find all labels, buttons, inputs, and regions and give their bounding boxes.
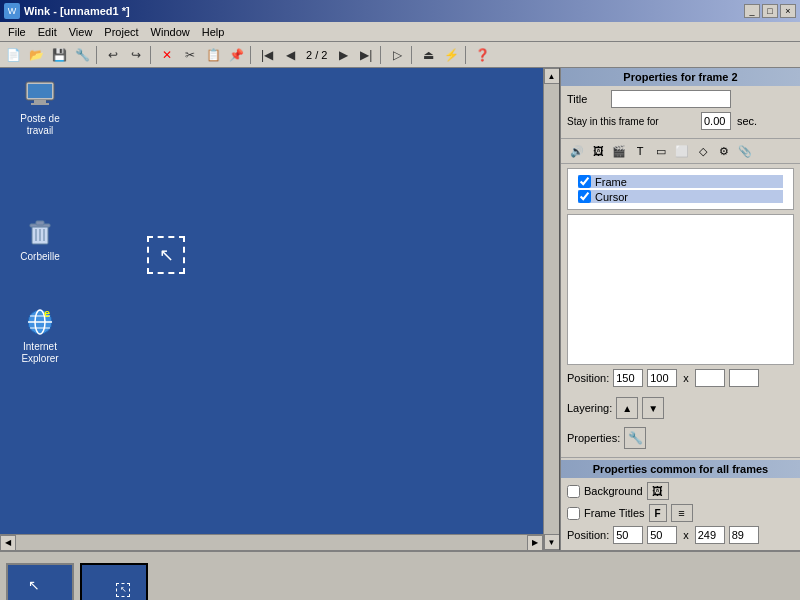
separator-4: [380, 46, 383, 64]
scroll-track-right[interactable]: [544, 84, 559, 534]
common-position-label: Position:: [567, 529, 609, 541]
computer-label: Poste de travail: [10, 112, 70, 138]
menu-project[interactable]: Project: [98, 24, 144, 40]
prop-anim-btn[interactable]: ⚙: [714, 141, 734, 161]
scroll-up-button[interactable]: ▲: [544, 68, 560, 84]
title-input[interactable]: [611, 90, 731, 108]
scroll-left-button[interactable]: ◀: [0, 535, 16, 551]
trash-icon: [24, 216, 56, 248]
background-image-button[interactable]: 🖼: [647, 482, 669, 500]
scroll-track-bottom[interactable]: [16, 535, 527, 550]
trash-label: Corbeille: [18, 250, 61, 264]
frame-titles-align-button[interactable]: ≡: [671, 504, 693, 522]
title-row: Title: [567, 90, 794, 108]
export-button[interactable]: ⏏: [417, 44, 439, 66]
prop-audio-btn[interactable]: 🔊: [567, 141, 587, 161]
prop-btn-btn[interactable]: ⬜: [672, 141, 692, 161]
menu-edit[interactable]: Edit: [32, 24, 63, 40]
prop-text-btn[interactable]: T: [630, 141, 650, 161]
pos-x-input[interactable]: [613, 369, 643, 387]
frame-thumb-2[interactable]: ↖: [80, 563, 148, 601]
stay-input[interactable]: [701, 112, 731, 130]
cursor-checkbox-row: Cursor: [578, 190, 783, 203]
open-button[interactable]: 📂: [25, 44, 47, 66]
x-label: x: [683, 372, 689, 384]
pos-h-input[interactable]: [729, 369, 759, 387]
save-button[interactable]: 💾: [48, 44, 70, 66]
close-button[interactable]: ×: [780, 4, 796, 18]
layer-down-button[interactable]: ▼: [642, 397, 664, 419]
help-button[interactable]: ❓: [471, 44, 493, 66]
frame-thumb-1[interactable]: ↖: [6, 563, 74, 601]
menu-view[interactable]: View: [63, 24, 99, 40]
common-properties-title: Properties common for all frames: [561, 460, 800, 478]
undo-button[interactable]: ↩: [102, 44, 124, 66]
next-frame-button[interactable]: ▶: [332, 44, 354, 66]
frame-properties-section: Title Stay in this frame for sec.: [561, 86, 800, 138]
redo-button[interactable]: ↪: [125, 44, 147, 66]
cut-button[interactable]: ✂: [179, 44, 201, 66]
paste-button[interactable]: 📌: [225, 44, 247, 66]
scroll-down-button[interactable]: ▼: [544, 534, 560, 550]
common-height-input[interactable]: [729, 526, 759, 544]
prop-input-btn[interactable]: ▭: [651, 141, 671, 161]
frame-properties-title: Properties for frame 2: [561, 68, 800, 86]
prop-shape-btn[interactable]: ◇: [693, 141, 713, 161]
frame-checkbox-row: Frame: [578, 175, 783, 188]
common-pos-y-input[interactable]: [647, 526, 677, 544]
frame-label: Frame: [595, 176, 627, 188]
object-list: Frame Cursor: [567, 168, 794, 210]
app-title: Wink - [unnamed1 *]: [24, 5, 130, 17]
frame-item-2[interactable]: ↖ 2: [80, 563, 148, 601]
menu-window[interactable]: Window: [145, 24, 196, 40]
stay-label: Stay in this frame for: [567, 116, 697, 127]
first-frame-button[interactable]: |◀: [256, 44, 278, 66]
desktop-icon-trash[interactable]: Corbeille: [10, 216, 70, 264]
cursor-checkbox[interactable]: [578, 190, 591, 203]
computer-icon: [24, 78, 56, 110]
frame-titles-checkbox[interactable]: [567, 507, 580, 520]
title-field-label: Title: [567, 93, 607, 105]
frame-thumb-inner-2: ↖: [84, 567, 144, 601]
prop-video-btn[interactable]: 🎬: [609, 141, 629, 161]
layering-row: Layering: ▲ ▼: [561, 395, 800, 421]
delete-button[interactable]: ✕: [156, 44, 178, 66]
new-button[interactable]: 📄: [2, 44, 24, 66]
last-frame-button[interactable]: ▶|: [355, 44, 377, 66]
position-row: Position: x: [561, 365, 800, 391]
layering-label: Layering:: [567, 402, 612, 414]
properties-panel: Properties for frame 2 Title Stay in thi…: [560, 68, 800, 550]
title-bar: W Wink - [unnamed1 *] _ □ ×: [0, 0, 800, 22]
background-checkbox[interactable]: [567, 485, 580, 498]
copy-button[interactable]: 📋: [202, 44, 224, 66]
common-width-input[interactable]: [695, 526, 725, 544]
prop-image-btn[interactable]: 🖼: [588, 141, 608, 161]
frame-checkbox[interactable]: [578, 175, 591, 188]
properties-icon-row: Properties: 🔧: [561, 425, 800, 451]
frame-titles-font-button[interactable]: F: [649, 504, 667, 522]
properties-icon-button[interactable]: 🔧: [624, 427, 646, 449]
menu-help[interactable]: Help: [196, 24, 231, 40]
minimize-button[interactable]: _: [744, 4, 760, 18]
settings-button[interactable]: 🔧: [71, 44, 93, 66]
prev-frame-button[interactable]: ◀: [279, 44, 301, 66]
menu-bar: File Edit View Project Window Help: [0, 22, 800, 42]
maximize-button[interactable]: □: [762, 4, 778, 18]
frame-item-1[interactable]: ↖ 1: [6, 563, 74, 601]
pos-y-input[interactable]: [647, 369, 677, 387]
play-button[interactable]: ▷: [386, 44, 408, 66]
mini-cursor-arrow: ↖: [120, 585, 127, 594]
menu-file[interactable]: File: [2, 24, 32, 40]
flash-button[interactable]: ⚡: [440, 44, 462, 66]
canvas-scrollbar-right: ▲ ▼: [543, 68, 559, 550]
layer-up-button[interactable]: ▲: [616, 397, 638, 419]
pos-w-input[interactable]: [695, 369, 725, 387]
desktop-icon-computer[interactable]: Poste de travail: [10, 78, 70, 138]
frame-titles-row: Frame Titles F ≡: [567, 504, 794, 522]
common-pos-x-input[interactable]: [613, 526, 643, 544]
desktop-canvas[interactable]: Poste de travail Corbeille: [0, 68, 544, 534]
scroll-right-button[interactable]: ▶: [527, 535, 543, 551]
app-icon: W: [4, 3, 20, 19]
desktop-icon-ie[interactable]: e InternetExplorer: [10, 306, 70, 366]
prop-attach-btn[interactable]: 📎: [735, 141, 755, 161]
